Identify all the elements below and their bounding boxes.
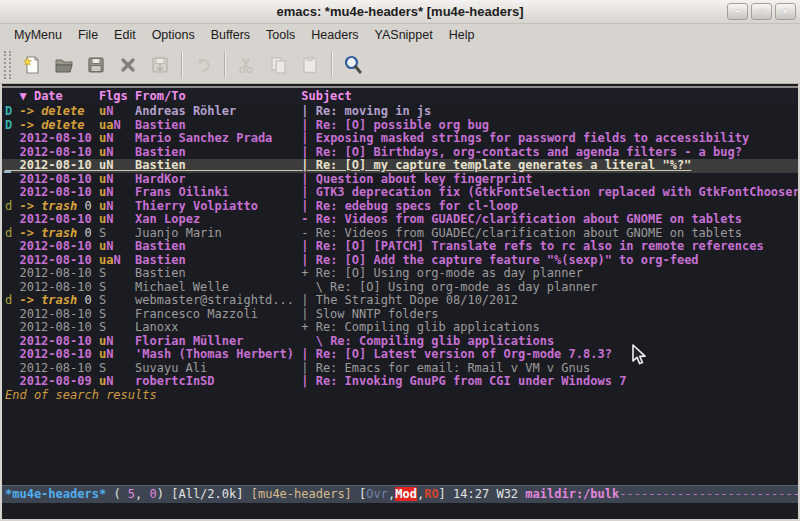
- message-row[interactable]: 2012-08-10 uN 'Mash (Thomas Herbert) | R…: [2, 348, 798, 362]
- message-row-current[interactable]: 2012-08-10 uN Bastien | Re: [O] my captu…: [2, 159, 798, 173]
- message-list: D -> delete uN Andreas Röhler | Re: movi…: [2, 104, 798, 389]
- emacs-window: { "window": { "title": "emacs: *mu4e-hea…: [0, 0, 800, 521]
- paste-clipboard-icon: [299, 54, 321, 76]
- toolbar-separator: [331, 52, 332, 78]
- menu-item-mymenu[interactable]: MyMenu: [6, 25, 70, 45]
- menu-item-headers[interactable]: Headers: [303, 25, 366, 45]
- toolbar-separator: [224, 52, 225, 78]
- message-row[interactable]: 2012-08-10 uN Frans Oilinki | GTK3 depre…: [2, 186, 798, 200]
- menubar: MyMenuFileEditOptionsBuffersToolsHeaders…: [0, 24, 800, 46]
- window-title: emacs: *mu4e-headers* [mu4e-headers]: [276, 4, 523, 19]
- menu-item-buffers[interactable]: Buffers: [203, 25, 258, 45]
- save-icon: [85, 54, 107, 76]
- menu-item-file[interactable]: File: [70, 25, 106, 45]
- menu-item-tools[interactable]: Tools: [258, 25, 303, 45]
- message-row[interactable]: 2012-08-10 S Bastien + Re: [O] Using org…: [2, 267, 798, 281]
- save-as-button: [144, 49, 176, 81]
- message-row[interactable]: 2012-08-10 uN Mario Sanchez Prada | Expo…: [2, 132, 798, 146]
- paste-button: [294, 49, 326, 81]
- maximize-button[interactable]: □: [751, 3, 772, 20]
- close-button[interactable]: ×: [775, 3, 796, 20]
- message-row[interactable]: d -> trash 0 S webmaster@straightd... | …: [2, 294, 798, 308]
- minimize-button[interactable]: –: [727, 3, 748, 20]
- close-buffer-button[interactable]: [112, 49, 144, 81]
- undo-button: [187, 49, 219, 81]
- message-row[interactable]: 2012-08-10 uN Xan Lopez - Re: Videos fro…: [2, 213, 798, 227]
- save-as-icon: [149, 54, 171, 76]
- message-row[interactable]: 2012-08-10 uaN Bastien | Re: [O] Add the…: [2, 254, 798, 268]
- toolbar-separator: [181, 52, 182, 78]
- message-row[interactable]: D -> delete uN Andreas Röhler | Re: movi…: [2, 105, 798, 119]
- message-row[interactable]: d -> trash 0 S Juanjo Marin - Re: Videos…: [2, 227, 798, 241]
- undo-icon: [192, 54, 214, 76]
- menu-item-options[interactable]: Options: [144, 25, 203, 45]
- message-row[interactable]: 2012-08-10 uN HardKor | Question about k…: [2, 173, 798, 187]
- headers-column-header: ▼ Date Flgs From/To Subject: [2, 86, 798, 104]
- window-controls: – □ ×: [727, 3, 796, 20]
- message-row[interactable]: 2012-08-09 uN robertcInSD | Re: Invoking…: [2, 375, 798, 389]
- toolbar-drag-handle[interactable]: [4, 51, 11, 79]
- cut-button: [230, 49, 262, 81]
- save-button[interactable]: [80, 49, 112, 81]
- end-of-results-label: End of search results: [2, 389, 798, 403]
- toolbar: [0, 46, 800, 84]
- copy-button: [262, 49, 294, 81]
- new-file-icon: [21, 54, 43, 76]
- message-row[interactable]: 2012-08-10 S Michael Welle \ Re: [O] Usi…: [2, 281, 798, 295]
- message-row[interactable]: 2012-08-10 uN Bastien | Re: [O] Birthday…: [2, 146, 798, 160]
- message-row[interactable]: 2012-08-10 uN Bastien | Re: [O] [PATCH] …: [2, 240, 798, 254]
- copy-icon: [267, 54, 289, 76]
- message-row[interactable]: 2012-08-10 S Suvayu Ali | Re: Emacs for …: [2, 362, 798, 376]
- cut-scissors-icon: [235, 54, 257, 76]
- message-row[interactable]: 2012-08-10 uN Florian Müllner \ Re: Comp…: [2, 335, 798, 349]
- new-file-button[interactable]: [16, 49, 48, 81]
- mouse-cursor-icon: [632, 344, 648, 370]
- search-magnifier-icon: [341, 53, 365, 77]
- menu-item-yasnippet[interactable]: YASnippet: [367, 25, 441, 45]
- search-button[interactable]: [337, 49, 369, 81]
- message-row[interactable]: D -> delete uaN Bastien | Re: [O] possib…: [2, 119, 798, 133]
- message-row[interactable]: d -> trash 0 uN Thierry Volpiatto | Re: …: [2, 200, 798, 214]
- close-x-icon: [117, 54, 139, 76]
- titlebar[interactable]: emacs: *mu4e-headers* [mu4e-headers] – □…: [0, 0, 800, 24]
- buffer-area[interactable]: ▼ Date Flgs From/To Subject D -> delete …: [2, 84, 798, 519]
- open-folder-icon: [53, 54, 75, 76]
- echo-area[interactable]: [2, 502, 798, 519]
- menu-item-help[interactable]: Help: [441, 25, 483, 45]
- message-row[interactable]: 2012-08-10 S Lanoxx + Re: Compiling glib…: [2, 321, 798, 335]
- menu-item-edit[interactable]: Edit: [106, 25, 144, 45]
- message-row[interactable]: 2012-08-10 S Francesco Mazzoli | Slow NN…: [2, 308, 798, 322]
- open-file-button[interactable]: [48, 49, 80, 81]
- mode-line[interactable]: *mu4e-headers* ( 5, 0) [All/2.0k] [mu4e-…: [2, 485, 798, 503]
